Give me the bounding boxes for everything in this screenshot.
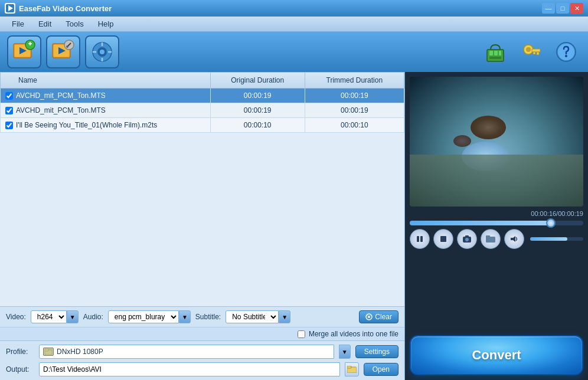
help-button[interactable] [551, 37, 581, 67]
browse-button[interactable] [345, 362, 359, 376]
svg-rect-41 [420, 236, 423, 242]
merge-label[interactable]: Merge all videos into one file [309, 330, 398, 338]
playback-controls [410, 229, 583, 249]
clear-button[interactable]: Clear [359, 310, 398, 323]
col-trimmed: Trimmed Duration [305, 73, 404, 89]
profile-dropdown[interactable]: ▼ [339, 345, 351, 359]
row-filename: AVCHD_mit_PCM_Ton.MTS [16, 91, 106, 100]
open-button[interactable]: Open [364, 363, 398, 376]
volume-slider[interactable] [530, 237, 583, 241]
filelist-panel: Name Original Duration Trimmed Duration … [0, 72, 405, 380]
row-checkbox[interactable] [5, 122, 13, 129]
preview-panel: 00:00:16/00:00:19 [405, 72, 588, 380]
row-trimmed: 00:00:19 [305, 103, 404, 118]
svg-point-26 [526, 47, 531, 52]
file-table: Name Original Duration Trimmed Duration … [0, 72, 404, 133]
video-select-arrow[interactable]: ▼ [67, 310, 79, 323]
table-row[interactable]: AVCHD_mit_PCM_Ton.MTS 00:00:19 00:00:19 [1, 103, 404, 118]
profile-row: Profile: DNxHD 1080P ▼ Settings [6, 345, 398, 359]
svg-rect-29 [533, 52, 535, 54]
volume-fill [530, 237, 567, 241]
svg-marker-48 [511, 236, 515, 242]
add-video-button[interactable] [7, 35, 41, 68]
audio-select-group: eng pcm_bluray ▼ [108, 310, 191, 323]
table-row[interactable]: AVCHD_mit_PCM_Ton.MTS 00:00:19 00:00:19 [1, 89, 404, 103]
edit-video-button[interactable] [46, 35, 80, 68]
progress-thumb[interactable] [546, 218, 556, 228]
row-original: 00:00:19 [210, 89, 305, 103]
col-original: Original Duration [210, 73, 305, 89]
close-button[interactable]: ✕ [570, 3, 583, 14]
snapshot-button[interactable] [457, 229, 477, 249]
svg-rect-37 [45, 349, 48, 351]
merge-bar: Merge all videos into one file [0, 327, 404, 340]
svg-point-32 [565, 55, 567, 57]
stop-button[interactable] [433, 229, 453, 249]
minimize-button[interactable]: — [542, 3, 555, 14]
app-title: EaseFab Video Converter [19, 4, 542, 13]
subtitle-select[interactable]: No Subtitle [226, 310, 279, 323]
col-name: Name [1, 73, 211, 89]
settings-profile-button[interactable]: Settings [355, 345, 398, 358]
audio-select-arrow[interactable]: ▼ [179, 310, 191, 323]
toolbar [0, 32, 588, 72]
row-checkbox[interactable] [5, 107, 13, 114]
output-path-input[interactable] [39, 362, 340, 376]
clear-icon [365, 313, 373, 320]
subtitle-label: Subtitle: [195, 313, 221, 321]
time-display: 00:00:16/00:00:19 [410, 210, 583, 217]
window-controls: — □ ✕ [542, 3, 583, 14]
video-progress-bar[interactable] [410, 221, 583, 225]
key-button[interactable] [516, 37, 545, 67]
video-select[interactable]: h264 [31, 310, 67, 323]
settings-button[interactable] [85, 35, 119, 68]
profile-value: DNxHD 1080P [57, 348, 330, 356]
convert-button[interactable]: Convert [410, 335, 583, 375]
svg-rect-45 [465, 235, 469, 237]
menu-tools[interactable]: Tools [58, 18, 90, 30]
row-filename: AVCHD_mit_PCM_Ton.MTS [16, 106, 106, 114]
svg-rect-27 [532, 49, 540, 52]
svg-rect-23 [499, 51, 501, 55]
svg-point-12 [66, 45, 68, 48]
main-area: Name Original Duration Trimmed Duration … [0, 72, 588, 380]
subtitle-select-group: No Subtitle ▼ [226, 310, 290, 323]
audio-select[interactable]: eng pcm_bluray [108, 310, 179, 323]
audio-label: Audio: [83, 313, 103, 321]
file-table-body: AVCHD_mit_PCM_Ton.MTS 00:00:19 00:00:19 … [1, 89, 404, 133]
app-icon [5, 3, 15, 14]
shop-button[interactable] [481, 37, 510, 67]
svg-point-44 [465, 238, 469, 241]
svg-rect-24 [489, 57, 501, 59]
volume-button[interactable] [504, 229, 524, 249]
row-trimmed: 00:00:10 [305, 118, 404, 133]
table-row[interactable]: I'll Be Seeing You_Title_01(Whole Film).… [1, 118, 404, 133]
controls-bar: Video: h264 ▼ Audio: eng pcm_bluray ▼ Su… [0, 306, 404, 327]
pause-button[interactable] [410, 229, 430, 249]
titlebar: EaseFab Video Converter — □ ✕ [0, 0, 588, 17]
row-original: 00:00:19 [210, 103, 305, 118]
merge-checkbox[interactable] [298, 330, 305, 338]
profile-file-icon [43, 348, 54, 356]
maximize-button[interactable]: □ [556, 3, 569, 14]
output-bar: Profile: DNxHD 1080P ▼ Settings Output: [0, 340, 404, 380]
subtitle-select-arrow[interactable]: ▼ [279, 310, 290, 323]
svg-rect-28 [537, 52, 539, 55]
output-label: Output: [6, 365, 34, 374]
profile-label: Profile: [6, 348, 34, 356]
menu-file[interactable]: File [5, 18, 31, 30]
menu-help[interactable]: Help [91, 18, 121, 30]
menubar: File Edit Tools Help [0, 17, 588, 32]
svg-rect-22 [494, 51, 498, 55]
menu-edit[interactable]: Edit [31, 18, 58, 30]
row-checkbox[interactable] [5, 92, 13, 100]
open-file-button[interactable] [481, 229, 501, 249]
svg-point-15 [100, 50, 104, 54]
rock-decoration [471, 116, 506, 139]
svg-rect-7 [30, 42, 31, 45]
rock2-decoration [453, 135, 471, 147]
svg-rect-21 [489, 51, 493, 55]
toolbar-right [481, 37, 581, 67]
video-preview [410, 77, 583, 207]
video-content [410, 77, 583, 207]
